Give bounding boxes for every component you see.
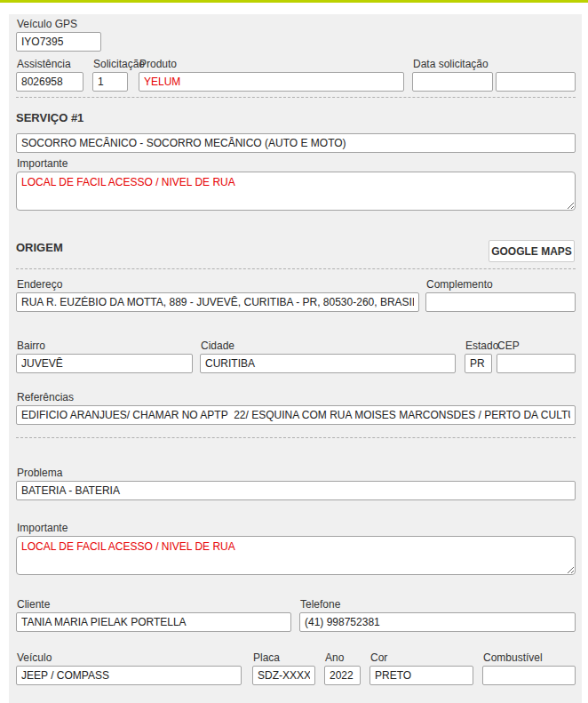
cor-field: Cor — [369, 652, 473, 685]
referencias-label: Referências — [17, 392, 576, 403]
endereco-input[interactable] — [16, 292, 419, 312]
cor-label: Cor — [370, 652, 473, 663]
importante-servico-textarea[interactable]: LOCAL DE FACIL ACESSO / NIVEL DE RUA — [16, 172, 576, 211]
solicitacao-input[interactable] — [92, 72, 128, 92]
veiculo-gps-field: Veículo GPS — [16, 19, 101, 52]
bairro-input[interactable] — [16, 354, 193, 373]
dashed-divider — [16, 97, 576, 98]
importante-origem-label: Importante — [17, 523, 576, 533]
cidade-field: Cidade — [200, 340, 456, 373]
placa-field: Placa — [252, 652, 315, 685]
veiculo-gps-input[interactable] — [16, 32, 101, 52]
importante-origem-field: Importante LOCAL DE FACIL ACESSO / NIVEL… — [16, 523, 576, 575]
veiculo-field: Veículo — [16, 652, 242, 685]
estado-label: Estado — [465, 340, 492, 351]
combustivel-label: Combustível — [483, 652, 576, 663]
importante-servico-field: Importante LOCAL DE FACIL ACESSO / NIVEL… — [16, 158, 576, 211]
cliente-label: Cliente — [17, 599, 291, 610]
cep-input[interactable] — [497, 354, 576, 373]
data-solicitacao-label: Data solicitação — [413, 59, 493, 69]
veiculo-label: Veículo — [17, 652, 242, 663]
problema-label: Problema — [17, 467, 576, 478]
bairro-field: Bairro — [16, 340, 193, 373]
placa-label: Placa — [253, 652, 315, 663]
data-solicitacao-date-input[interactable] — [412, 72, 493, 92]
data-solicitacao-time-input[interactable] — [496, 72, 576, 92]
cliente-field: Cliente — [16, 599, 291, 632]
complemento-label: Complemento — [426, 279, 576, 290]
dashed-divider — [16, 268, 576, 269]
telefone-input[interactable] — [299, 612, 576, 632]
veiculo-input[interactable] — [16, 666, 242, 685]
ano-input[interactable] — [324, 666, 361, 685]
cliente-input[interactable] — [16, 612, 291, 632]
telefone-label: Telefone — [300, 599, 576, 610]
dashed-divider — [16, 437, 576, 438]
importante-servico-label: Importante — [17, 158, 576, 169]
estado-field: Estado — [465, 340, 492, 373]
assistencia-input[interactable] — [16, 72, 83, 92]
cep-label: CEP — [497, 340, 576, 351]
endereco-label: Endereço — [17, 279, 419, 290]
solicitacao-field: Solicitação — [92, 59, 128, 92]
problema-field: Problema — [16, 467, 576, 500]
assistencia-field: Assistência — [16, 59, 83, 92]
solicitacao-label: Solicitação — [93, 59, 128, 69]
produto-input[interactable] — [139, 72, 404, 92]
google-maps-button[interactable]: GOOGLE MAPS — [489, 240, 575, 262]
assistencia-label: Assistência — [17, 59, 83, 69]
origem-heading: ORIGEM — [16, 242, 63, 253]
combustivel-input[interactable] — [482, 666, 576, 685]
cor-input[interactable] — [369, 666, 473, 685]
referencias-input[interactable] — [16, 405, 576, 425]
ano-field: Ano — [324, 652, 361, 685]
servico-heading: SERVIÇO #1 — [16, 112, 83, 124]
cidade-input[interactable] — [200, 354, 456, 373]
importante-origem-textarea[interactable]: LOCAL DE FACIL ACESSO / NIVEL DE RUA — [16, 536, 576, 575]
bairro-label: Bairro — [17, 340, 193, 351]
produto-label: Produto — [139, 59, 404, 69]
data-solicitacao-field: Data solicitação — [412, 59, 493, 92]
cep-field: CEP — [497, 340, 576, 373]
endereco-field: Endereço — [16, 279, 419, 312]
problema-input[interactable] — [16, 481, 576, 500]
servico-tipo-input[interactable] — [16, 133, 576, 153]
produto-field: Produto — [139, 59, 404, 92]
referencias-field: Referências — [16, 392, 576, 425]
estado-input[interactable] — [465, 354, 492, 373]
cidade-label: Cidade — [201, 340, 456, 351]
data-solicitacao-time-field — [496, 72, 576, 92]
veiculo-gps-label: Veículo GPS — [17, 19, 101, 29]
servico-tipo-field — [16, 133, 576, 153]
complemento-input[interactable] — [425, 292, 576, 312]
ano-label: Ano — [325, 652, 361, 663]
complemento-field: Complemento — [425, 279, 576, 312]
telefone-field: Telefone — [299, 599, 576, 632]
combustivel-field: Combustível — [482, 652, 576, 685]
top-accent-bar — [0, 0, 588, 3]
placa-input[interactable] — [252, 666, 315, 685]
